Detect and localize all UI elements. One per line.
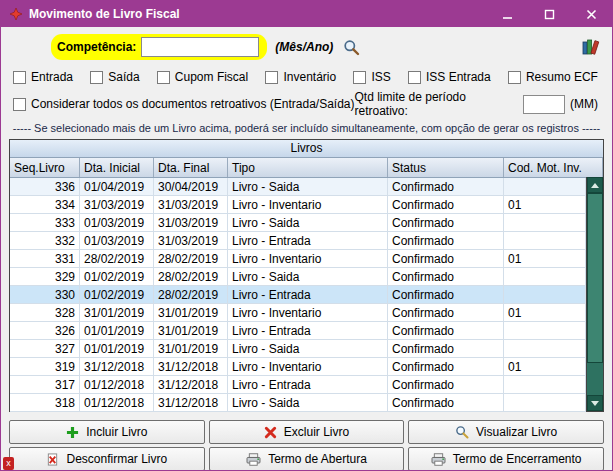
visualizar-livro-button[interactable]: Visualizar Livro bbox=[408, 420, 604, 444]
table-row[interactable]: 31801/12/201831/12/2018Livro - SaidaConf… bbox=[10, 394, 586, 412]
table-cell: 31/12/2018 bbox=[80, 358, 154, 375]
table-cell: Confirmado bbox=[388, 340, 504, 357]
table-cell: 28/02/2019 bbox=[80, 250, 154, 267]
checkbox-box[interactable] bbox=[157, 71, 170, 84]
document-type-filters: Entrada Saída Cupom Fiscal Inventário IS… bbox=[13, 69, 598, 85]
table-cell: 331 bbox=[10, 250, 80, 267]
table-cell: 01/01/2019 bbox=[80, 322, 154, 339]
termo-encerramento-button[interactable]: Termo de Encerramento bbox=[408, 447, 604, 471]
table-row[interactable]: 33201/03/201931/03/2019Livro - EntradaCo… bbox=[10, 232, 586, 250]
table-row[interactable]: 33601/04/201930/04/2019Livro - SaidaConf… bbox=[10, 178, 586, 196]
column-header[interactable]: Status bbox=[388, 158, 504, 177]
table-cell: 336 bbox=[10, 178, 80, 195]
table-cell: Livro - Saida bbox=[228, 268, 388, 285]
close-button[interactable] bbox=[584, 7, 598, 21]
table-cell: Livro - Saida bbox=[228, 178, 388, 195]
checkbox-box[interactable] bbox=[90, 71, 103, 84]
column-header[interactable]: Seq.Livro bbox=[10, 158, 80, 177]
table-row[interactable]: 33128/02/201928/02/2019Livro - Inventari… bbox=[10, 250, 586, 268]
table-cell: 333 bbox=[10, 214, 80, 231]
table-cell bbox=[504, 214, 586, 231]
table-cell: 330 bbox=[10, 286, 80, 303]
scroll-up-button[interactable] bbox=[587, 177, 603, 193]
action-buttons: Incluir Livro Excluir Livro Visualizar L… bbox=[9, 420, 604, 471]
column-header[interactable]: Cod. Mot. Inv. bbox=[504, 158, 603, 177]
table-cell: 334 bbox=[10, 196, 80, 213]
table-cell: 327 bbox=[10, 340, 80, 357]
qtd-limite-group: Qtd limite de período retroativo: (MM) bbox=[355, 90, 598, 118]
table-cell: 31/03/2019 bbox=[154, 232, 228, 249]
table-cell: Confirmado bbox=[388, 250, 504, 267]
scrollbar-thumb[interactable] bbox=[587, 193, 603, 363]
table-title: Livros bbox=[10, 140, 603, 158]
books-icon[interactable] bbox=[582, 39, 600, 55]
table-cell: Confirmado bbox=[388, 376, 504, 393]
checkbox-box[interactable] bbox=[13, 71, 26, 84]
qtd-limite-input[interactable] bbox=[523, 95, 565, 114]
table-cell: 01/02/2019 bbox=[80, 268, 154, 285]
livros-header-row: Seq.LivroDta. InicialDta. FinalTipoStatu… bbox=[10, 158, 603, 178]
table-cell: 01/12/2018 bbox=[80, 376, 154, 393]
table-row[interactable]: 33431/03/201931/03/2019Livro - Inventari… bbox=[10, 196, 586, 214]
table-cell: Livro - Entrada bbox=[228, 232, 388, 249]
incluir-livro-button[interactable]: Incluir Livro bbox=[9, 420, 205, 444]
table-cell: Livro - Saida bbox=[228, 340, 388, 357]
document-x-icon bbox=[46, 453, 59, 466]
checkbox-resumo-ecf[interactable]: Resumo ECF bbox=[508, 70, 598, 84]
checkbox-inventario[interactable]: Inventário bbox=[265, 70, 336, 84]
table-row[interactable]: 32601/01/201931/01/2019Livro - EntradaCo… bbox=[10, 322, 586, 340]
desconfirmar-livro-button[interactable]: Desconfirmar Livro bbox=[9, 447, 205, 471]
table-row[interactable]: 31701/12/201831/12/2018Livro - EntradaCo… bbox=[10, 376, 586, 394]
checkbox-box[interactable] bbox=[408, 71, 421, 84]
search-icon[interactable] bbox=[343, 39, 360, 56]
table-cell bbox=[504, 286, 586, 303]
plus-icon bbox=[66, 426, 79, 439]
retroativos-row: Considerar todos os documentos retroativ… bbox=[13, 94, 598, 114]
table-cell: 28/02/2019 bbox=[154, 268, 228, 285]
table-cell bbox=[504, 178, 586, 195]
table-row[interactable]: 31931/12/201831/12/2018Livro - Inventari… bbox=[10, 358, 586, 376]
table-cell: 31/12/2018 bbox=[154, 394, 228, 411]
table-cell bbox=[504, 394, 586, 411]
checkbox-saida[interactable]: Saída bbox=[90, 70, 139, 84]
column-header[interactable]: Tipo bbox=[228, 158, 388, 177]
termo-abertura-button[interactable]: Termo de Abertura bbox=[209, 447, 405, 471]
table-cell: Livro - Inventario bbox=[228, 196, 388, 213]
vertical-scrollbar[interactable] bbox=[586, 177, 603, 411]
checkbox-box[interactable] bbox=[13, 98, 26, 111]
checkbox-iss[interactable]: ISS bbox=[353, 70, 390, 84]
minimize-button[interactable] bbox=[500, 7, 514, 21]
checkbox-retroativos[interactable]: Considerar todos os documentos retroativ… bbox=[13, 97, 355, 111]
table-cell: Livro - Entrada bbox=[228, 286, 388, 303]
table-cell: Confirmado bbox=[388, 304, 504, 321]
table-row[interactable]: 33001/02/201928/02/2019Livro - EntradaCo… bbox=[10, 286, 586, 304]
table-row[interactable]: 32901/02/201928/02/2019Livro - SaidaConf… bbox=[10, 268, 586, 286]
printer-icon bbox=[246, 453, 261, 466]
table-row[interactable]: 33301/03/201931/03/2019Livro - SaidaConf… bbox=[10, 214, 586, 232]
column-header[interactable]: Dta. Inicial bbox=[80, 158, 154, 177]
checkbox-entrada[interactable]: Entrada bbox=[13, 70, 73, 84]
table-cell: Livro - Inventario bbox=[228, 358, 388, 375]
table-cell: 01/04/2019 bbox=[80, 178, 154, 195]
checkbox-cupom-fiscal[interactable]: Cupom Fiscal bbox=[157, 70, 248, 84]
maximize-button[interactable] bbox=[542, 7, 556, 21]
checkbox-iss-entrada[interactable]: ISS Entrada bbox=[408, 70, 491, 84]
table-cell: Livro - Inventario bbox=[228, 304, 388, 321]
mes-ano-label: (Mês/Ano) bbox=[275, 40, 333, 54]
table-cell: 01/03/2019 bbox=[80, 232, 154, 249]
app-icon bbox=[9, 7, 23, 21]
scroll-down-button[interactable] bbox=[587, 395, 603, 411]
table-row[interactable]: 32831/01/201931/01/2019Livro - Inventari… bbox=[10, 304, 586, 322]
checkbox-box[interactable] bbox=[353, 71, 366, 84]
table-cell: Confirmado bbox=[388, 268, 504, 285]
checkbox-box[interactable] bbox=[265, 71, 278, 84]
movimento-livro-fiscal-window: Movimento de Livro Fiscal Competência: (… bbox=[0, 0, 613, 471]
excluir-livro-button[interactable]: Excluir Livro bbox=[209, 420, 405, 444]
competencia-input[interactable] bbox=[141, 37, 259, 57]
column-header[interactable]: Dta. Final bbox=[154, 158, 228, 177]
checkbox-box[interactable] bbox=[508, 71, 521, 84]
livros-table-body: 33601/04/201930/04/2019Livro - SaidaConf… bbox=[10, 178, 603, 412]
table-row[interactable]: 32701/01/201931/01/2019Livro - SaidaConf… bbox=[10, 340, 586, 358]
table-cell: Confirmado bbox=[388, 358, 504, 375]
info-line: ----- Se selecionado mais de um Livro ac… bbox=[9, 122, 604, 135]
